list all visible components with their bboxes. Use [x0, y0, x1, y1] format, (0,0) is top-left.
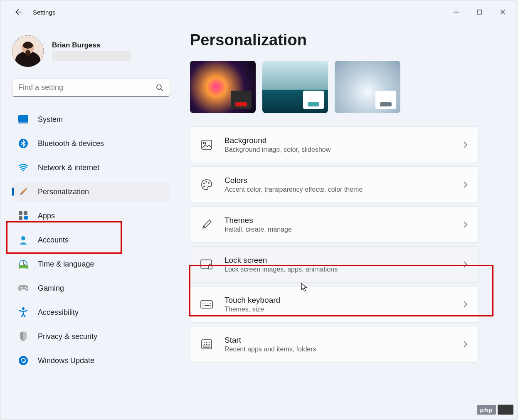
sidebar: Brian Burgess System Bluetooth & devices…: [0, 24, 175, 420]
start-icon: [200, 338, 213, 351]
search-icon: [155, 84, 164, 92]
card-title: Colors: [224, 176, 462, 185]
svg-rect-14: [19, 216, 22, 220]
svg-point-16: [21, 236, 25, 240]
user-email-redacted: [52, 51, 131, 61]
sidebar-item-label: Time & language: [38, 260, 94, 269]
svg-rect-13: [24, 211, 27, 215]
clock-icon: [18, 259, 29, 269]
keyboard-icon: [200, 298, 213, 311]
svg-point-41: [204, 342, 205, 343]
main-content: Personalization BackgroundBackground ima…: [175, 24, 518, 420]
minimize-icon: [453, 9, 459, 15]
chevron-right-icon: [462, 220, 468, 229]
svg-point-19: [25, 287, 26, 288]
gaming-icon: [18, 283, 29, 294]
card-desc: Lock screen images, apps, animations: [224, 266, 462, 273]
sidebar-item-label: Personalization: [38, 188, 89, 196]
minimize-button[interactable]: [444, 4, 468, 20]
card-touch-keyboard[interactable]: Touch keyboardThemes, size: [190, 286, 479, 323]
sidebar-item-gaming[interactable]: Gaming: [12, 278, 170, 298]
svg-rect-31: [201, 301, 212, 308]
user-block[interactable]: Brian Burgess: [12, 35, 170, 67]
pen-icon: [200, 218, 213, 231]
card-desc: Accent color, transparency effects, colo…: [224, 186, 462, 193]
sidebar-item-accessibility[interactable]: Accessibility: [12, 302, 170, 322]
card-lock-screen[interactable]: Lock screenLock screen images, apps, ani…: [190, 246, 479, 283]
watermark-block: [498, 405, 513, 415]
sidebar-item-label: Network & internet: [38, 163, 99, 172]
theme-preview-3[interactable]: [335, 61, 400, 113]
sidebar-item-label: Bluetooth & devices: [38, 139, 104, 148]
search-box[interactable]: [12, 79, 170, 97]
card-title: Themes: [224, 216, 462, 225]
svg-rect-30: [209, 266, 212, 269]
sidebar-item-bluetooth[interactable]: Bluetooth & devices: [12, 133, 170, 153]
svg-rect-39: [205, 305, 210, 306]
svg-point-20: [26, 288, 27, 289]
theme-preview-2[interactable]: [262, 61, 328, 113]
close-button[interactable]: [491, 4, 514, 20]
sidebar-item-label: Apps: [38, 212, 55, 220]
svg-rect-8: [18, 115, 28, 122]
svg-point-5: [25, 50, 30, 56]
update-icon: [18, 355, 29, 366]
maximize-icon: [476, 9, 482, 15]
sidebar-item-update[interactable]: Windows Update: [12, 351, 170, 371]
svg-point-43: [209, 342, 210, 343]
watermark-text: php: [477, 405, 496, 415]
svg-rect-47: [203, 346, 210, 347]
sidebar-item-network[interactable]: Network & internet: [12, 158, 170, 178]
svg-rect-1: [477, 10, 481, 14]
apps-icon: [18, 210, 29, 221]
accessibility-icon: [18, 307, 29, 318]
card-background[interactable]: BackgroundBackground image, color, slide…: [190, 126, 479, 163]
sidebar-item-apps[interactable]: Apps: [12, 206, 170, 226]
sidebar-item-system[interactable]: System: [12, 109, 170, 129]
page-title: Personalization: [190, 31, 501, 49]
sidebar-item-time[interactable]: Time & language: [12, 254, 170, 274]
sidebar-item-accounts[interactable]: Accounts: [12, 230, 170, 250]
card-themes[interactable]: ThemesInstall, create, manage: [190, 206, 479, 243]
sidebar-item-privacy[interactable]: Privacy & security: [12, 326, 170, 346]
svg-point-38: [210, 305, 211, 306]
search-input[interactable]: [18, 83, 155, 92]
theme-preview-1[interactable]: [190, 61, 256, 113]
svg-point-44: [204, 344, 205, 345]
svg-point-33: [205, 303, 205, 304]
svg-point-46: [209, 344, 210, 345]
sidebar-item-label: Windows Update: [38, 356, 94, 365]
svg-point-45: [206, 344, 207, 345]
card-desc: Install, create, manage: [224, 226, 462, 233]
sidebar-item-label: Privacy & security: [38, 332, 97, 341]
sidebar-item-label: Accounts: [38, 236, 69, 245]
svg-point-36: [210, 303, 211, 304]
image-icon: [200, 138, 213, 151]
close-icon: [500, 9, 506, 15]
maximize-button[interactable]: [468, 4, 491, 20]
brush-icon: [18, 186, 29, 197]
sidebar-item-personalization[interactable]: Personalization: [12, 182, 170, 202]
card-start[interactable]: StartRecent apps and items, folders: [190, 326, 479, 363]
back-button[interactable]: [10, 4, 26, 20]
card-title: Lock screen: [224, 256, 462, 265]
watermark: php: [477, 405, 514, 415]
sidebar-item-label: Accessibility: [38, 308, 79, 317]
card-colors[interactable]: ColorsAccent color, transparency effects…: [190, 166, 479, 203]
svg-line-7: [161, 89, 163, 91]
card-title: Background: [224, 136, 462, 145]
user-name: Brian Burgess: [52, 41, 131, 49]
svg-rect-9: [18, 122, 28, 124]
shield-icon: [18, 331, 29, 342]
svg-point-42: [206, 342, 207, 343]
svg-rect-15: [24, 215, 28, 220]
svg-point-22: [19, 356, 28, 365]
svg-point-37: [202, 305, 203, 306]
svg-point-26: [205, 181, 207, 183]
accounts-icon: [18, 235, 29, 245]
theme-previews: [190, 61, 501, 113]
svg-point-35: [209, 303, 210, 304]
chevron-right-icon: [462, 300, 468, 309]
wifi-icon: [18, 162, 29, 173]
avatar: [12, 35, 44, 67]
